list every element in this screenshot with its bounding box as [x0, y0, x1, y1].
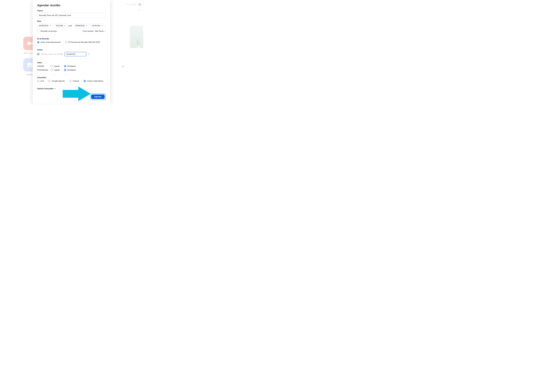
- schedule-button[interactable]: Agendar: [91, 94, 105, 99]
- radio-icon: [37, 80, 39, 82]
- recurring-checkbox-row[interactable]: Reunião recorrente: [37, 30, 57, 32]
- calendar-label: Calendário: [37, 77, 106, 79]
- help-icon[interactable]: ?: [88, 53, 90, 55]
- radio-icon: [37, 41, 39, 43]
- search-icon: [126, 4, 128, 5]
- radio-icon: [48, 80, 50, 82]
- divider: [37, 35, 106, 35]
- radio-icon: [64, 65, 66, 67]
- radio-icon: [69, 80, 72, 82]
- participants-video-on-radio[interactable]: Ligado: [51, 69, 64, 71]
- start-time-dropdown[interactable]: 9:00 AM: [54, 23, 67, 28]
- advanced-options-toggle[interactable]: Opções Avançadas: [37, 88, 106, 90]
- schedule-meeting-modal: Agendar reunião Tópico Data 20/06/2020 9…: [33, 0, 110, 104]
- globe-icon: [138, 3, 141, 6]
- svg-line-1: [128, 5, 128, 5]
- search-placeholder: Pesquisa: [129, 3, 137, 5]
- radio-icon: [65, 41, 67, 43]
- chevron-down-icon: [64, 25, 65, 26]
- calendar-outlook-radio[interactable]: Outlook: [69, 80, 79, 82]
- meeting-id-label: ID da Reunião: [37, 38, 106, 40]
- search-box: Pesquisa: [126, 3, 137, 5]
- video-icon: [27, 40, 33, 46]
- svg-point-0: [127, 4, 128, 5]
- plant-icon: [135, 35, 142, 48]
- svg-rect-3: [28, 42, 31, 45]
- require-password-label: Solicitar senha da reunião: [41, 53, 63, 55]
- password-label: Senha: [37, 49, 106, 51]
- meeting-id-personal-radio[interactable]: ID Pessoal de Reunião 509 423 8370: [65, 41, 100, 43]
- modal-title: Agendar reunião: [37, 4, 106, 7]
- chevron-down-icon: [55, 88, 56, 89]
- chevron-down-icon: [86, 25, 87, 26]
- svg-rect-9: [137, 46, 140, 48]
- date-label: Data: [37, 20, 106, 22]
- video-participants-label: Participantes: [37, 69, 51, 71]
- svg-text:19: 19: [29, 64, 31, 67]
- end-time-dropdown[interactable]: 10:00 AM: [90, 23, 104, 28]
- host-video-on-radio[interactable]: Ligado: [51, 65, 64, 67]
- chevron-down-icon: [50, 25, 51, 26]
- chevron-down-icon: [105, 31, 106, 32]
- meeting-id-auto-radio[interactable]: Gerar automaticamente: [37, 41, 61, 43]
- timezone-dropdown[interactable]: Fuso horário: São Paulo: [83, 30, 106, 32]
- topic-input[interactable]: [37, 13, 106, 18]
- radio-icon: [51, 69, 53, 71]
- host-video-off-radio[interactable]: Desligado: [64, 65, 80, 67]
- topic-label: Tópico: [37, 10, 106, 12]
- calendar-other-radio[interactable]: Outros Calendários: [84, 80, 103, 82]
- recurring-label: Reunião recorrente: [40, 30, 57, 32]
- svg-rect-5: [28, 63, 32, 64]
- radio-icon: [84, 80, 86, 82]
- new-meeting-label: Nova reuni: [24, 52, 32, 54]
- password-input[interactable]: [65, 52, 86, 56]
- schedule-tile-label: Agendar: [26, 74, 33, 76]
- end-date-dropdown[interactable]: 20/06/2020: [73, 23, 89, 28]
- gear-icon: [138, 9, 140, 11]
- schedule-button-highlight: Agendar: [90, 94, 106, 100]
- video-host-label: Anfitrião: [37, 65, 51, 67]
- divider: [37, 85, 106, 85]
- calendar-icon: 19: [27, 62, 33, 68]
- require-password-checkbox[interactable]: ✓: [37, 53, 39, 55]
- svg-point-2: [139, 9, 140, 10]
- chevron-down-icon: [101, 25, 103, 26]
- calendar-ical-radio[interactable]: iCal: [37, 80, 44, 82]
- recurring-checkbox[interactable]: [37, 30, 39, 32]
- today-label: oje: [122, 65, 124, 67]
- participants-video-off-radio[interactable]: Desligado: [64, 69, 80, 71]
- divider: [37, 59, 106, 59]
- to-label: para: [68, 25, 72, 27]
- calendar-google-radio[interactable]: Google Agenda: [48, 80, 65, 82]
- radio-icon: [64, 69, 66, 71]
- background-panel: [130, 26, 143, 48]
- radio-icon: [51, 65, 53, 67]
- video-label: Vídeo: [37, 62, 106, 64]
- start-date-dropdown[interactable]: 20/06/2020: [37, 23, 53, 28]
